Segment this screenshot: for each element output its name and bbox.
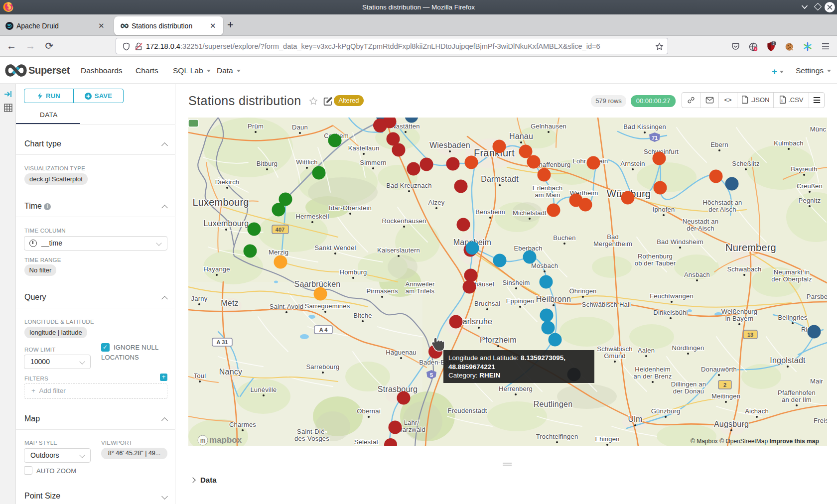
svg-text:Obernai: Obernai [357, 407, 381, 415]
svg-text:der Aisch: der Aisch [687, 225, 714, 232]
svg-text:Neumarkt in: Neumarkt in [774, 268, 810, 276]
svg-text:Bad Kreuznach: Bad Kreuznach [386, 182, 432, 189]
svg-text:Alzey: Alzey [428, 199, 445, 206]
svg-text:Arnstein: Arnstein [620, 160, 645, 167]
svg-text:Donauwörth: Donauwörth [701, 366, 737, 373]
svg-text:Saarbrücken: Saarbrücken [294, 280, 341, 288]
svg-text:Diekirch: Diekirch [215, 178, 240, 186]
svg-text:mapbox: mapbox [209, 435, 242, 445]
svg-text:Bad Windsheim: Bad Windsheim [657, 238, 703, 246]
svg-text:an der Brenz: an der Brenz [634, 373, 672, 380]
svg-text:Luxembourg: Luxembourg [204, 219, 249, 228]
svg-text:Gmünd: Gmünd [604, 352, 626, 360]
svg-text:Bad: Bad [607, 233, 619, 241]
svg-text:Parsbe: Parsbe [807, 293, 827, 300]
svg-text:Bad Kissingen: Bad Kissingen [623, 123, 666, 130]
svg-text:Münc: Münc [810, 126, 827, 133]
svg-text:Trochtelfingen: Trochtelfingen [536, 433, 578, 440]
svg-text:Günzburg: Günzburg [651, 407, 681, 415]
svg-text:Ingolstadt: Ingolstadt [770, 356, 806, 365]
svg-text:Sinsheim: Sinsheim [502, 279, 530, 286]
svg-text:Rothenburg: Rothenburg [638, 252, 673, 260]
svg-text:Iphofen: Iphofen [653, 206, 675, 213]
svg-text:Weißenburg: Weißenburg [721, 308, 758, 315]
svg-text:Erlenbach: Erlenbach [533, 184, 562, 192]
svg-text:5: 5 [430, 372, 433, 378]
svg-text:Toul: Toul [194, 372, 206, 379]
svg-text:m: m [200, 437, 206, 444]
svg-text:Hermeskeil: Hermeskeil [295, 213, 329, 220]
svg-text:Freudenstadt: Freudenstadt [447, 407, 487, 414]
svg-text:Bitche: Bitche [353, 312, 372, 319]
svg-text:Creußen: Creußen [797, 182, 823, 190]
svg-text:Mair: Mair [810, 378, 824, 385]
svg-text:Metz: Metz [221, 299, 238, 307]
svg-text:Pfaffenhofen: Pfaffenhofen [778, 389, 816, 396]
svg-text:Ulm: Ulm [628, 415, 642, 423]
svg-text:Wittlich: Wittlich [296, 158, 318, 166]
svg-text:Reutlingen: Reutlingen [534, 400, 573, 408]
svg-text:an der Ilm: an der Ilm [782, 396, 812, 403]
svg-text:Buchen: Buchen [553, 234, 575, 242]
svg-text:A 4: A 4 [319, 327, 328, 333]
svg-text:Heidenheim: Heidenheim [635, 366, 670, 373]
svg-text:Kaiserslautern: Kaiserslautern [377, 247, 420, 254]
svg-text:Höchstadt an: Höchstadt an [702, 199, 742, 206]
svg-text:Rockenhausen: Rockenhausen [382, 217, 426, 225]
svg-text:Ebern: Ebern [710, 141, 728, 148]
svg-text:am Main: am Main [535, 191, 560, 199]
svg-text:Herrenberg: Herrenberg [499, 385, 533, 392]
svg-text:Charmes: Charmes [229, 421, 256, 428]
svg-text:Eppingen: Eppingen [506, 297, 535, 305]
svg-text:Simmern: Simmern [360, 159, 386, 166]
svg-text:Nuremberg: Nuremberg [725, 242, 776, 253]
svg-text:Sarrebourg: Sarrebourg [306, 363, 339, 371]
svg-text:2: 2 [723, 382, 726, 388]
svg-text:Darmstadt: Darmstadt [481, 175, 519, 183]
svg-text:Schwabach: Schwabach [727, 265, 761, 273]
svg-text:Sarreguemines: Sarreguemines [305, 302, 350, 310]
svg-text:Schwäbisch Hall: Schwäbisch Hall [582, 301, 631, 308]
svg-text:© Mapbox © OpenStreetMap Impro: © Mapbox © OpenStreetMap Improve this ma… [691, 438, 819, 445]
svg-text:Feuchtwangen: Feuchtwangen [650, 292, 694, 300]
svg-text:Mosbach: Mosbach [531, 262, 558, 269]
svg-text:Neustadt an: Neustadt an [683, 218, 718, 225]
svg-text:Nancy: Nancy [219, 368, 242, 376]
svg-text:Nördlingen: Nördlingen [672, 344, 704, 352]
svg-text:Freis: Freis [814, 417, 827, 424]
svg-text:der Donau: der Donau [673, 387, 704, 395]
svg-text:407: 407 [276, 227, 284, 233]
svg-text:Aichach: Aichach [745, 407, 769, 415]
svg-text:Bayreuth: Bayreuth [791, 165, 818, 173]
svg-text:Bruchsal: Bruchsal [474, 300, 500, 307]
svg-text:Bitburg: Bitburg [257, 160, 278, 167]
svg-text:Augsburg: Augsburg [714, 420, 749, 428]
svg-text:Dinkelsbühl: Dinkelsbühl [653, 309, 688, 316]
svg-text:Luxembourg: Luxembourg [192, 197, 249, 208]
svg-text:Pirmasens: Pirmasens [366, 287, 398, 295]
svg-text:Kastellaun: Kastellaun [348, 144, 380, 152]
svg-text:Pforzheim: Pforzheim [480, 336, 517, 344]
svg-text:Strasbourg: Strasbourg [378, 385, 418, 393]
svg-text:Sankt Wendel: Sankt Wendel [314, 244, 356, 252]
svg-text:2: 2 [773, 42, 775, 45]
svg-text:Sélestat: Sélestat [354, 438, 379, 446]
svg-text:Homburg: Homburg [340, 268, 367, 276]
svg-text:Pegnitz: Pegnitz [799, 197, 821, 204]
svg-text:Annweiler: Annweiler [406, 280, 435, 288]
svg-text:Lunéville: Lunéville [250, 386, 277, 393]
svg-text:Jarny: Jarny [191, 295, 208, 302]
svg-text:Schwäbisch: Schwäbisch [597, 345, 632, 353]
svg-text:Kulmbach: Kulmbach [774, 139, 803, 147]
svg-text:Meitingen: Meitingen [711, 392, 740, 400]
svg-text:Bensheim: Bensheim [475, 208, 505, 216]
svg-text:Saint-Avold: Saint-Avold [270, 303, 303, 310]
svg-text:ob der Tauber: ob der Tauber [635, 259, 676, 267]
svg-text:Gelnhausen: Gelnhausen [531, 123, 566, 130]
svg-text:Prüm: Prüm [248, 123, 264, 130]
svg-text:am Trifels: am Trifels [406, 287, 435, 295]
svg-text:Idar-Oberstein: Idar-Oberstein [329, 204, 372, 212]
svg-text:Scheßlitz: Scheßlitz [732, 160, 759, 167]
svg-text:Ehingen: Ehingen [595, 435, 619, 443]
svg-text:Merzig: Merzig [269, 249, 288, 256]
